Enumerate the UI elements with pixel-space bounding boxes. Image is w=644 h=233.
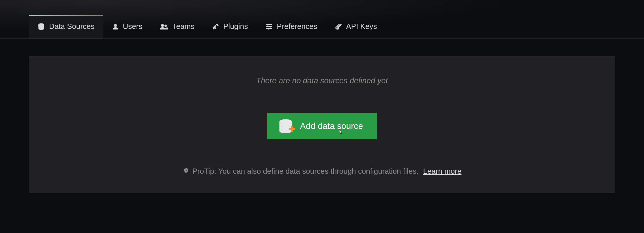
svg-point-2 xyxy=(161,24,164,27)
key-icon xyxy=(334,23,342,30)
svg-rect-7 xyxy=(267,24,268,25)
tab-users[interactable]: Users xyxy=(103,15,151,38)
svg-point-13 xyxy=(279,119,292,124)
svg-point-1 xyxy=(114,24,117,27)
protip-text: ProTip: You can also define data sources… xyxy=(192,167,419,176)
svg-rect-8 xyxy=(270,26,271,27)
users-icon xyxy=(160,23,168,30)
empty-state-message: There are no data sources defined yet xyxy=(256,76,388,85)
tab-label: Data Sources xyxy=(49,22,95,31)
svg-point-11 xyxy=(336,27,338,28)
add-button-label: Add data source xyxy=(300,121,363,131)
sliders-icon xyxy=(265,23,273,30)
user-icon xyxy=(112,23,119,30)
tab-api-keys[interactable]: API Keys xyxy=(326,15,385,38)
tab-label: Plugins xyxy=(223,22,248,31)
tab-data-sources[interactable]: Data Sources xyxy=(29,15,103,38)
content-area: There are no data sources defined yet Ad… xyxy=(0,39,644,210)
svg-rect-15 xyxy=(289,128,295,130)
svg-rect-9 xyxy=(268,28,269,29)
protip-row: ProTip: You can also define data sources… xyxy=(183,167,462,176)
plug-icon xyxy=(212,23,219,30)
rocket-icon xyxy=(183,167,189,176)
add-data-source-button[interactable]: Add data source xyxy=(267,113,377,139)
plus-icon xyxy=(289,125,295,135)
tab-label: Users xyxy=(123,22,143,31)
tab-preferences[interactable]: Preferences xyxy=(257,15,326,38)
database-plus-icon xyxy=(278,119,293,133)
empty-state-panel: There are no data sources defined yet Ad… xyxy=(29,56,615,193)
tab-label: Preferences xyxy=(277,22,317,31)
tab-bar: Data Sources Users Teams Plugins Prefere… xyxy=(0,0,644,39)
learn-more-link[interactable]: Learn more xyxy=(423,167,461,176)
svg-point-3 xyxy=(164,25,167,27)
tab-teams[interactable]: Teams xyxy=(151,15,203,38)
database-icon xyxy=(38,23,45,30)
tab-label: API Keys xyxy=(346,22,377,31)
tab-plugins[interactable]: Plugins xyxy=(203,15,257,38)
tab-label: Teams xyxy=(172,22,194,31)
